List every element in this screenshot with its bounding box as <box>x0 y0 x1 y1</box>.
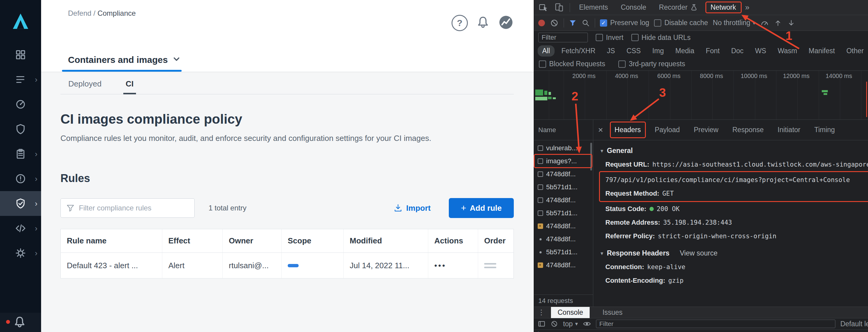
cell-rule-name[interactable]: Default 423 - alert ... <box>61 253 162 278</box>
chip-media[interactable]: Media <box>671 46 699 57</box>
tab-timing[interactable]: Timing <box>812 124 837 136</box>
notifications-button[interactable] <box>476 15 490 31</box>
request-row[interactable]: 4748d8f... <box>534 193 591 207</box>
tab-recorder[interactable]: Recorder <box>655 3 702 11</box>
column-header-modified[interactable]: Modified <box>343 229 428 252</box>
record-icon[interactable] <box>538 20 545 26</box>
preserve-log-checkbox[interactable]: ✓ Preserve log <box>600 19 649 27</box>
log-levels-select[interactable]: Default levels ▾ <box>840 320 868 328</box>
tab-headers[interactable]: Headers <box>612 124 643 136</box>
column-header-order[interactable]: Order <box>478 229 514 252</box>
network-filter-input[interactable] <box>538 33 588 42</box>
chip-all[interactable]: All <box>538 46 555 57</box>
checkbox-checked-icon[interactable]: ✓ <box>600 19 607 27</box>
response-headers-section-header[interactable]: ▾ Response Headers View source <box>600 246 868 260</box>
tab-console[interactable]: Console <box>617 3 650 11</box>
network-overview-timeline[interactable]: 2000 ms 4000 ms 6000 ms 8000 ms 10000 ms… <box>534 71 868 120</box>
request-row[interactable]: 5b571d1... <box>534 245 591 259</box>
disable-cache-checkbox[interactable]: Disable cache <box>654 19 708 27</box>
hide-data-urls-checkbox[interactable]: Hide data URLs <box>631 34 690 42</box>
console-sidebar-icon[interactable] <box>538 320 546 328</box>
request-row[interactable]: 4748d8f... <box>534 233 591 245</box>
view-source-link[interactable]: View source <box>680 249 717 257</box>
sidebar-item-compliance[interactable]: › <box>0 142 41 166</box>
request-row[interactable]: 4748d8f... <box>534 168 591 181</box>
checkbox-icon[interactable] <box>596 34 603 41</box>
request-row[interactable]: vulnerab... <box>534 142 591 154</box>
eye-icon[interactable] <box>583 320 591 328</box>
request-row[interactable]: 5b571d1... <box>534 207 591 219</box>
rules-filter-input[interactable] <box>79 204 189 212</box>
checkbox-icon[interactable] <box>654 19 661 27</box>
tab-deployed[interactable]: Deployed <box>68 76 101 94</box>
inspect-icon[interactable] <box>538 2 549 13</box>
more-tabs-icon[interactable]: » <box>745 3 749 12</box>
chip-css[interactable]: CSS <box>622 46 645 57</box>
tab-network[interactable]: Network <box>707 3 740 11</box>
app-logo[interactable] <box>0 0 41 42</box>
throttling-select[interactable]: No throttling ▾ <box>713 19 755 27</box>
checkbox-icon[interactable] <box>618 60 626 68</box>
breadcrumb[interactable]: Defend / Compliance <box>68 9 136 18</box>
checkbox-icon[interactable] <box>631 34 639 41</box>
console-filter-input[interactable] <box>596 320 835 328</box>
column-header-owner[interactable]: Owner <box>222 229 281 252</box>
help-icon[interactable]: ? <box>452 15 468 31</box>
column-header-rule-name[interactable]: Rule name <box>61 229 162 252</box>
sidebar-item-alerts[interactable]: › <box>0 166 41 191</box>
tab-initiator[interactable]: Initiator <box>775 124 803 136</box>
general-section-header[interactable]: ▾ General <box>600 144 868 157</box>
import-har-icon[interactable] <box>774 19 782 27</box>
close-icon[interactable]: × <box>598 125 603 135</box>
tab-payload[interactable]: Payload <box>652 124 682 136</box>
invert-checkbox[interactable]: Invert <box>596 34 623 42</box>
table-row[interactable]: Default 423 - alert ... Alert rtulsani@.… <box>61 253 514 278</box>
sidebar-item-custom-rules[interactable]: › <box>0 216 41 241</box>
chip-wasm[interactable]: Wasm <box>773 46 802 57</box>
tab-ci[interactable]: CI <box>126 76 133 94</box>
request-row-images[interactable]: images?... <box>534 154 591 168</box>
breadcrumb-section[interactable]: Defend <box>68 9 91 17</box>
tab-elements[interactable]: Elements <box>576 3 612 11</box>
import-button[interactable]: Import <box>394 204 431 213</box>
add-rule-button[interactable]: + Add rule <box>449 198 514 218</box>
chip-font[interactable]: Font <box>701 46 724 57</box>
chip-js[interactable]: JS <box>602 46 620 57</box>
column-header-actions[interactable]: Actions <box>428 229 478 252</box>
sidebar-item-dashboard[interactable] <box>0 42 41 67</box>
sidebar-item-defend[interactable]: › <box>0 191 41 216</box>
device-toolbar-icon[interactable] <box>554 2 564 13</box>
kebab-menu-icon[interactable]: ⋮ <box>538 308 545 316</box>
drag-handle-icon[interactable] <box>484 263 496 268</box>
column-header-effect[interactable]: Effect <box>162 229 222 252</box>
chip-doc[interactable]: Doc <box>726 46 748 57</box>
sidebar-item-radars[interactable] <box>0 92 41 117</box>
sidebar-item-settings[interactable]: › <box>0 241 41 266</box>
scrollbar-thumb[interactable] <box>590 143 592 171</box>
clear-icon[interactable] <box>550 19 559 28</box>
drawer-tab-console[interactable]: Console <box>551 307 590 318</box>
chip-ws[interactable]: WS <box>750 46 771 57</box>
row-actions-menu[interactable]: ••• <box>434 261 446 270</box>
chip-manifest[interactable]: Manifest <box>804 46 840 57</box>
export-har-icon[interactable] <box>787 19 796 27</box>
sidebar-item-shield[interactable] <box>0 117 41 142</box>
chip-fetch-xhr[interactable]: Fetch/XHR <box>557 46 600 57</box>
blocked-requests-checkbox[interactable]: Blocked Requests <box>539 60 605 68</box>
column-header-scope[interactable]: Scope <box>281 229 343 252</box>
search-icon[interactable] <box>582 19 590 27</box>
view-selector[interactable]: Containers and images <box>68 55 180 72</box>
console-prompt[interactable]: › <box>534 330 868 332</box>
chip-other[interactable]: Other <box>842 46 868 57</box>
tab-response[interactable]: Response <box>730 124 766 136</box>
drawer-tab-issues[interactable]: Issues <box>596 307 629 318</box>
clear-console-icon[interactable] <box>550 320 558 328</box>
bell-button[interactable] <box>13 316 26 328</box>
request-name-header[interactable]: Name <box>534 120 593 140</box>
request-row[interactable]: 5b571d1... <box>534 181 591 193</box>
filter-funnel-icon[interactable] <box>569 19 577 27</box>
request-row[interactable]: 4748d8f... <box>534 219 591 233</box>
checkbox-icon[interactable] <box>539 60 546 68</box>
tab-preview[interactable]: Preview <box>691 124 721 136</box>
request-row[interactable]: 4748d8f... <box>534 259 591 272</box>
